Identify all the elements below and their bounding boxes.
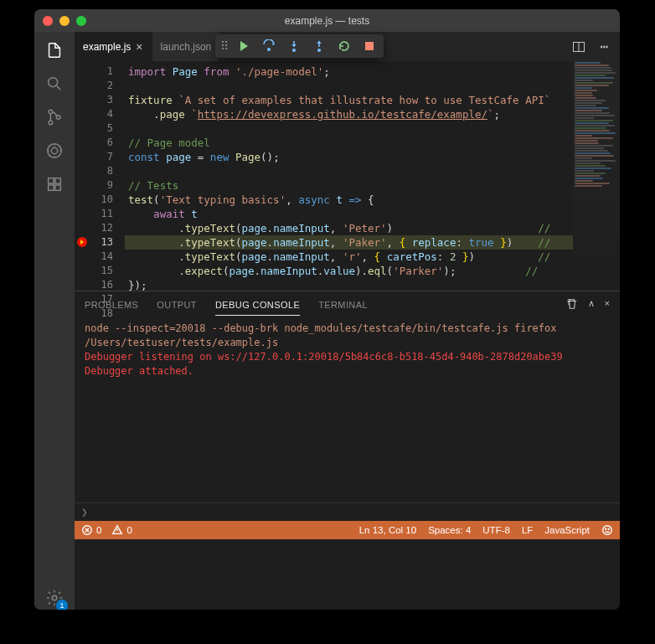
window-title: example.js — tests [34,15,620,27]
debug-console-output[interactable]: node --inspect=20018 --debug-brk node_mo… [75,318,620,502]
code-line[interactable] [125,79,573,93]
search-icon[interactable] [43,72,66,95]
line-number: 14 [75,250,113,264]
svg-point-12 [292,49,296,52]
tab-example-js[interactable]: example.js × [75,32,152,61]
vscode-window: example.js — tests 1 [34,9,620,610]
window-controls [34,16,86,26]
code-line[interactable]: await t [125,207,573,221]
svg-rect-7 [55,178,60,183]
tab-launch-json[interactable]: launch.json [152,32,221,61]
svg-point-10 [52,595,57,600]
line-number: 7 [75,150,113,164]
console-line: Debugger listening on ws://127.0.0.1:200… [85,350,610,364]
restart-button[interactable] [335,37,353,55]
code-line[interactable]: // Tests [125,178,573,193]
panel-tab-terminal[interactable]: TERMINAL [318,300,368,310]
status-spaces[interactable]: Spaces: 4 [428,525,471,535]
settings-badge: 1 [56,600,68,610]
line-number: 15 [75,264,113,278]
debug-console-input[interactable]: ❯ [75,502,620,521]
clear-console-icon[interactable] [566,298,578,312]
tab-label: example.js [83,41,131,53]
close-tab-icon[interactable]: × [136,40,142,54]
console-line: node --inspect=20018 --debug-brk node_mo… [85,322,610,350]
code-line[interactable]: import Page from './page-model'; [125,64,573,79]
panel-tab-problems[interactable]: PROBLEMS [85,300,138,310]
settings-gear-icon[interactable]: 1 [43,586,66,610]
status-warnings[interactable]: 0 [111,524,132,536]
code-line[interactable]: .page `https://devexpress.github.io/test… [125,107,573,121]
code-line[interactable]: test('Text typing basics', async t => { [125,193,573,207]
svg-point-18 [606,528,606,529]
panel-maximize-icon[interactable]: ∧ [588,298,595,312]
svg-point-13 [317,49,321,52]
svg-point-0 [49,78,58,87]
svg-point-11 [267,48,271,51]
editor[interactable]: 123456789101112131415161718 import Page … [75,61,620,291]
svg-point-5 [51,147,57,153]
panel-tab-output[interactable]: OUTPUT [157,300,197,310]
status-errors[interactable]: 0 [81,524,101,536]
line-number: 12 [75,221,113,235]
line-number: 11 [75,207,113,221]
status-encoding[interactable]: UTF-8 [482,525,510,535]
line-number: 1 [75,64,113,79]
panel-tab-debug-console[interactable]: DEBUG CONSOLE [215,300,300,316]
warning-count: 0 [126,525,132,535]
code-line[interactable]: .expect(page.nameInput.value).eql('Parke… [125,264,573,278]
debug-toolbar[interactable]: ⠿ [215,34,384,58]
step-out-button[interactable] [310,37,328,55]
close-window-button[interactable] [43,16,53,26]
line-number: 3 [75,93,113,107]
drag-handle-icon[interactable]: ⠿ [220,39,228,53]
minimap[interactable] [573,61,620,291]
code-area[interactable]: import Page from './page-model';fixture … [125,61,573,291]
more-actions-icon[interactable]: ⋯ [595,38,613,56]
code-line[interactable]: .typeText(page.nameInput, 'Peter') // [125,221,573,235]
code-line[interactable]: }); [125,278,573,291]
svg-point-1 [49,110,53,114]
svg-point-19 [608,528,609,529]
svg-point-2 [49,121,53,125]
line-number: 8 [75,164,113,178]
status-language[interactable]: JavaScript [544,525,590,535]
stop-button[interactable] [360,37,379,55]
line-number: 16 [75,278,113,292]
continue-button[interactable] [235,37,253,55]
svg-rect-14 [365,42,374,50]
code-line[interactable]: // Page model [125,136,573,150]
breakpoint-current-icon[interactable] [76,236,88,248]
line-number: 9 [75,178,113,193]
source-control-icon[interactable] [43,106,66,129]
line-number-gutter: 123456789101112131415161718 [75,61,125,291]
svg-rect-9 [55,185,60,190]
code-line[interactable]: .typeText(page.nameInput, 'r', { caretPo… [125,250,573,264]
code-line[interactable]: .typeText(page.nameInput, 'Paker', { rep… [125,235,573,250]
status-cursor[interactable]: Ln 13, Col 10 [359,525,416,535]
editor-main: example.js × launch.json ⠿ [75,32,620,610]
minimize-window-button[interactable] [59,16,70,26]
panel-close-icon[interactable]: × [605,298,610,312]
feedback-smiley-icon[interactable] [601,524,613,536]
line-number: 4 [75,107,113,121]
code-line[interactable] [125,121,573,136]
split-editor-icon[interactable] [570,38,588,56]
code-line[interactable] [125,164,573,178]
debug-icon[interactable] [43,139,66,162]
line-number: 6 [75,136,113,150]
maximize-window-button[interactable] [76,16,86,26]
line-number: 2 [75,79,113,93]
svg-point-17 [603,526,612,535]
step-over-button[interactable] [260,37,278,55]
svg-rect-8 [49,185,54,190]
tab-bar: example.js × launch.json ⠿ [75,32,620,61]
step-into-button[interactable] [285,37,303,55]
code-line[interactable]: fixture `A set of examples that illustra… [125,93,573,107]
svg-rect-6 [49,178,54,183]
code-line[interactable]: const page = new Page(); [125,150,573,164]
explorer-icon[interactable] [43,39,66,62]
status-eol[interactable]: LF [522,525,533,535]
extensions-icon[interactable] [43,173,66,196]
panel-tab-bar: PROBLEMS OUTPUT DEBUG CONSOLE TERMINAL ∧… [75,291,620,318]
